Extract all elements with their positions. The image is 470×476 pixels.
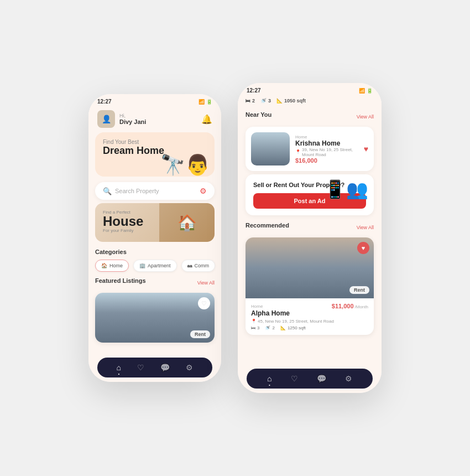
house-promo-card[interactable]: Find a Perfect House For your Family 🏠 <box>95 203 215 242</box>
rec-name: Alpha Home <box>251 309 368 317</box>
listing-card[interactable]: Rent ♡ <box>95 293 215 343</box>
time-left: 12:27 <box>97 99 112 105</box>
hero-section: Find Your Best Dream Home 🔭👨 <box>95 132 215 177</box>
home-cat-label: Home <box>109 263 123 268</box>
rec-address: 📍 45, New No 19, 25 Street, Mount Road <box>251 319 368 324</box>
rec-type: Home <box>251 304 263 309</box>
user-text: Hi, Divy Jani <box>119 113 146 125</box>
rec-beds-icon: 🛏 <box>251 325 255 330</box>
apt-cat-icon: 🏢 <box>139 263 145 268</box>
rec-card[interactable]: ♥ Rent Home $11,000 /Month Alpha Home <box>246 237 374 335</box>
top-stats-bar: 🛏 2 🚿 3 📐 1050 sqft <box>238 96 382 107</box>
nav-settings[interactable]: ⚙ <box>186 363 193 372</box>
sell-illustration: 📱👥 <box>324 179 368 200</box>
status-bar-right: 12:27 📶 🔋 <box>238 83 382 96</box>
featured-view-all[interactable]: View All <box>197 280 215 286</box>
rec-card-image: ♥ Rent <box>246 237 374 298</box>
rec-beds: 🛏 3 <box>251 325 259 330</box>
location-icon: 📍 <box>295 149 301 154</box>
baths-value: 3 <box>268 98 271 104</box>
category-comm[interactable]: 🏘 Comm <box>181 260 216 272</box>
near-img-bg <box>251 132 290 165</box>
near-address: 📍 39, New No 19, 25 Street, Mount Road <box>295 147 358 157</box>
status-bar-left: 12:27 📶 🔋 <box>88 94 221 107</box>
heart-button[interactable]: ♡ <box>198 297 210 309</box>
search-placeholder: Search Property <box>115 188 159 194</box>
rent-badge: Rent <box>190 330 210 338</box>
bottom-nav-right: ⌂ ♡ 💬 ⚙ <box>247 369 373 389</box>
rec-baths: 🚿 2 <box>265 325 274 330</box>
nav-home[interactable]: ⌂ <box>117 363 121 372</box>
status-icons-right: 📶 🔋 <box>359 88 373 94</box>
avatar: 👤 <box>97 110 115 128</box>
rec-area: 📐 1250 sqft <box>280 325 306 330</box>
filter-icon[interactable]: ⚙ <box>200 187 207 195</box>
recommended-header: Recommended View All <box>246 222 374 233</box>
rec-area-icon: 📐 <box>280 325 286 330</box>
time-right: 12:27 <box>247 87 261 94</box>
near-name: Krishna Home <box>295 139 358 147</box>
rec-price-container: $11,000 /Month <box>332 303 368 309</box>
bottom-nav-left: ⌂ ♡ 💬 ⚙ <box>97 358 212 377</box>
baths-icon: 🚿 <box>260 98 267 104</box>
rec-baths-icon: 🚿 <box>265 325 270 330</box>
nav-favorites[interactable]: ♡ <box>137 363 144 372</box>
nav-set-right[interactable]: ⚙ <box>345 374 352 383</box>
featured-section: Featured Listings View All Rent ♡ <box>88 275 221 354</box>
status-icons-left: 📶 🔋 <box>199 99 212 105</box>
comm-cat-label: Comm <box>195 263 210 268</box>
nav-home-right[interactable]: ⌂ <box>267 374 271 383</box>
categories-section: Categories 🏠 Home 🏢 Apartment 🏘 Comm <box>88 246 221 275</box>
near-you-header: Near You View All <box>246 111 374 122</box>
rec-period: /Month <box>355 304 368 309</box>
user-info: 👤 Hi, Divy Jani <box>97 110 146 128</box>
category-home[interactable]: 🏠 Home <box>95 260 129 272</box>
area-value: 1050 sqft <box>284 98 306 104</box>
near-view-all[interactable]: View All <box>357 114 374 120</box>
near-you-image <box>251 132 290 165</box>
near-heart[interactable]: ♥ <box>364 144 368 153</box>
rec-info: Home $11,000 /Month Alpha Home 📍 45, New… <box>246 298 374 335</box>
rec-price-row: Home $11,000 /Month <box>251 303 368 309</box>
featured-header: Featured Listings View All <box>95 277 215 288</box>
search-left: 🔍 Search Property <box>103 187 159 195</box>
rec-rent-badge: Rent <box>349 286 369 294</box>
hero-illustration: 🔭👨 <box>160 153 210 177</box>
bell-icon[interactable]: 🔔 <box>201 114 212 125</box>
apt-cat-label: Apartment <box>148 263 171 268</box>
featured-title: Featured Listings <box>95 277 146 284</box>
area-icon: 📐 <box>276 98 283 104</box>
near-you-section: Near You View All Home Krishna Home 📍 39… <box>238 107 382 174</box>
near-you-card[interactable]: Home Krishna Home 📍 39, New No 19, 25 St… <box>246 127 374 171</box>
near-you-title: Near You <box>246 111 271 118</box>
rec-view-all[interactable]: View All <box>357 225 374 230</box>
beds-value: 2 <box>252 98 255 104</box>
search-icon: 🔍 <box>103 187 112 195</box>
search-bar[interactable]: 🔍 Search Property ⚙ <box>95 182 215 200</box>
header-section: 👤 Hi, Divy Jani 🔔 <box>88 107 221 132</box>
recommended-title: Recommended <box>246 222 289 229</box>
left-phone: 12:27 📶 🔋 👤 Hi, Divy Jani 🔔 <box>88 94 221 382</box>
beds-icon: 🛏 <box>246 98 250 104</box>
greeting: Hi, <box>119 113 146 118</box>
area-stat: 📐 1050 sqft <box>276 98 306 104</box>
rec-heart[interactable]: ♥ <box>357 242 369 254</box>
user-name: Divy Jani <box>119 118 146 125</box>
comm-cat-icon: 🏘 <box>187 263 192 268</box>
nav-messages[interactable]: 💬 <box>160 363 170 372</box>
recommended-section: Recommended View All ♥ Rent Home $11,000 <box>238 220 382 365</box>
nav-fav-right[interactable]: ♡ <box>291 374 298 383</box>
house-card-image: 🏠 <box>159 203 215 242</box>
rec-price: $11,000 <box>332 303 354 309</box>
rec-location-icon: 📍 <box>251 319 257 324</box>
home-cat-icon: 🏠 <box>101 263 107 268</box>
listing-image: Rent ♡ <box>95 293 215 343</box>
categories-title: Categories <box>95 249 215 255</box>
categories-row: 🏠 Home 🏢 Apartment 🏘 Comm <box>95 260 215 272</box>
nav-msg-right[interactable]: 💬 <box>317 374 326 383</box>
category-apartment[interactable]: 🏢 Apartment <box>133 260 177 272</box>
near-price: $16,000 <box>295 157 358 164</box>
near-type: Home <box>295 134 358 139</box>
near-card-info: Home Krishna Home 📍 39, New No 19, 25 St… <box>295 134 358 164</box>
rec-stats: 🛏 3 🚿 2 📐 1250 sqft <box>251 325 368 330</box>
